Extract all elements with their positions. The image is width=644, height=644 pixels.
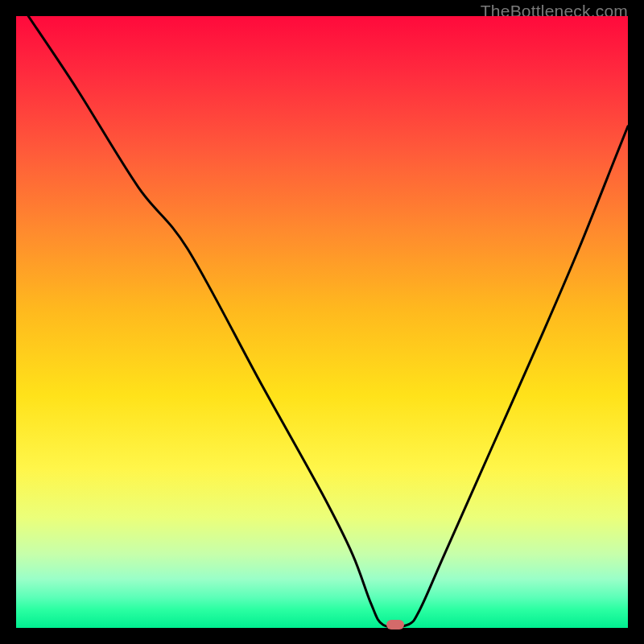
bottleneck-curve bbox=[16, 16, 628, 628]
optimum-marker bbox=[386, 620, 404, 630]
chart-frame: TheBottleneck.com bbox=[0, 0, 644, 644]
plot-area bbox=[16, 16, 628, 628]
